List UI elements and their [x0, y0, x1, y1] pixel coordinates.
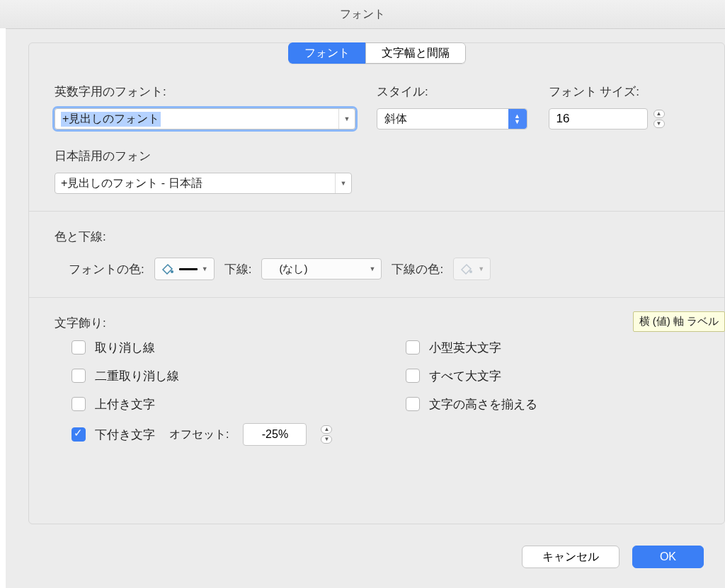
chk-allcaps[interactable]: すべて大文字 [403, 367, 537, 385]
underline-label: 下線: [224, 261, 252, 277]
font-panel: フォント 文字幅と間隔 英数字用のフォント: +見出しのフォント ▼ スタイル:… [28, 42, 725, 524]
underline-value: (なし) [279, 263, 307, 276]
tab-group: フォント 文字幅と間隔 [288, 42, 466, 64]
latin-font-label: 英数字用のフォント: [55, 83, 355, 100]
paint-bucket-icon [161, 263, 175, 275]
effects-heading: 文字飾り: [55, 315, 699, 331]
font-color-picker[interactable]: ▼ [154, 258, 215, 280]
svg-point-1 [469, 270, 472, 273]
svg-point-0 [171, 270, 173, 273]
chk-strike[interactable]: 取り消し線 [69, 338, 332, 357]
tab-font[interactable]: フォント [288, 42, 366, 64]
chevron-down-icon: ▼ [335, 173, 351, 193]
offset-step-up[interactable]: ▲ [321, 425, 332, 434]
latin-font-value: +見出しのフォント [61, 112, 161, 127]
separator [29, 297, 724, 298]
updown-icon: ▲▼ [508, 109, 527, 129]
style-label: スタイル: [377, 83, 527, 100]
size-step-down[interactable]: ▼ [653, 120, 665, 128]
ok-button[interactable]: OK [632, 546, 704, 568]
paint-bucket-icon [459, 263, 474, 275]
chk-equalize-label: 文字の高さを揃える [429, 396, 537, 413]
left-edge [0, 28, 6, 588]
japanese-font-combobox[interactable]: +見出しのフォント - 日本語 ▼ [55, 173, 352, 194]
chevron-down-icon: ▼ [202, 265, 208, 272]
chk-sub[interactable]: 下付き文字 [69, 425, 155, 444]
chk-dstrike[interactable]: 二重取り消し線 [69, 367, 332, 385]
chk-allcaps-input[interactable] [406, 369, 420, 383]
color-underline-heading: 色と下線: [55, 229, 699, 245]
chk-equalize[interactable]: 文字の高さを揃える [403, 395, 537, 413]
chk-smallcaps-input[interactable] [406, 340, 420, 354]
chk-super-label: 上付き文字 [95, 396, 155, 413]
chk-equalize-input[interactable] [406, 397, 420, 411]
offset-input[interactable] [243, 423, 307, 446]
window-title: フォント [0, 0, 725, 29]
chk-sub-label: 下付き文字 [95, 427, 155, 443]
chk-allcaps-label: すべて大文字 [429, 368, 501, 384]
separator [29, 211, 724, 212]
underline-color-picker: ▼ [453, 258, 491, 280]
style-select[interactable]: 斜体 ▲▼ [377, 108, 527, 129]
offset-step-down[interactable]: ▼ [321, 435, 332, 444]
japanese-font-value: +見出しのフォント - 日本語 [61, 176, 202, 191]
chk-dstrike-input[interactable] [72, 369, 86, 383]
chevron-down-icon: ▼ [338, 109, 355, 129]
chk-super[interactable]: 上付き文字 [69, 395, 332, 413]
chk-dstrike-label: 二重取り消し線 [95, 368, 179, 384]
chk-smallcaps[interactable]: 小型英大文字 [403, 338, 537, 357]
size-label: フォント サイズ: [549, 83, 700, 100]
japanese-font-label: 日本語用のフォン [55, 148, 352, 164]
chk-sub-input[interactable] [72, 427, 86, 442]
chk-strike-label: 取り消し線 [95, 340, 155, 356]
style-value: 斜体 [384, 112, 407, 127]
size-input[interactable] [549, 108, 648, 129]
size-stepper[interactable]: ▲ ▼ [653, 110, 665, 128]
color-swatch [179, 268, 198, 270]
size-step-up[interactable]: ▲ [653, 110, 665, 118]
offset-stepper[interactable]: ▲ ▼ [321, 425, 332, 444]
offset-label: オフセット: [169, 427, 229, 442]
tooltip-axis-label: 横 (値) 軸 ラベル [633, 311, 726, 332]
font-color-label: フォントの色: [69, 261, 144, 277]
chevron-down-icon: ▼ [478, 265, 484, 272]
chk-super-input[interactable] [72, 397, 86, 411]
tab-spacing[interactable]: 文字幅と間隔 [365, 42, 466, 64]
latin-font-combobox[interactable]: +見出しのフォント ▼ [55, 108, 355, 129]
underline-color-label: 下線の色: [392, 261, 443, 277]
underline-select[interactable]: (なし) ▼ [261, 258, 382, 279]
chk-strike-input[interactable] [72, 340, 86, 354]
chk-smallcaps-label: 小型英大文字 [429, 340, 501, 356]
chevron-down-icon: ▼ [369, 265, 375, 272]
cancel-button[interactable]: キャンセル [522, 546, 620, 568]
